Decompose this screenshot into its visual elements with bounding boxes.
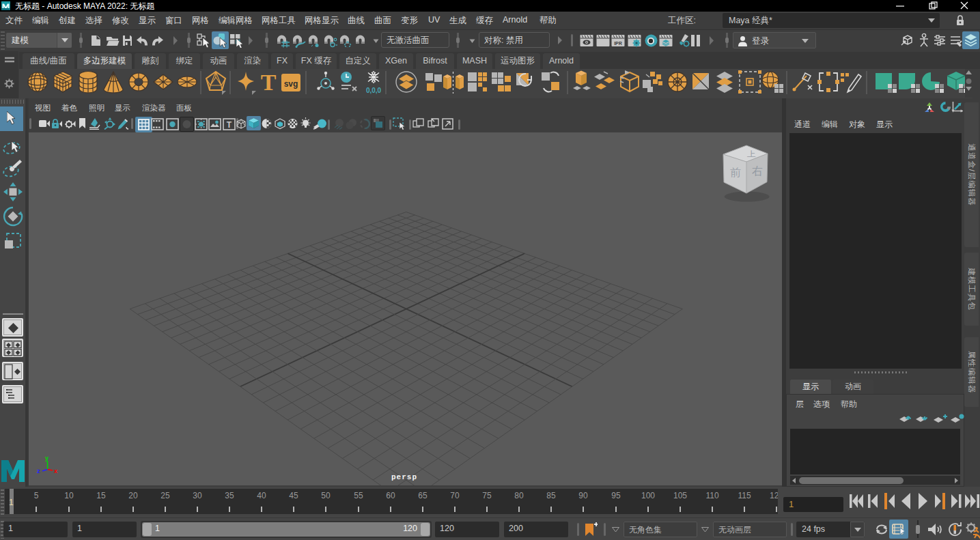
svg-text:0,0,0: 0,0,0 [366,87,382,94]
svg-text:T: T [261,70,277,95]
svg-text:x: x [54,468,57,474]
svg-text:T: T [227,120,232,130]
svg-text:右: 右 [752,165,763,177]
svg-text:y: y [45,455,48,461]
svg-text:svg: svg [284,79,298,89]
svg-text:上: 上 [747,150,756,158]
svg-text:前: 前 [730,167,741,178]
svg-text:IPR: IPR [614,41,622,46]
svg-text:z: z [37,468,40,474]
